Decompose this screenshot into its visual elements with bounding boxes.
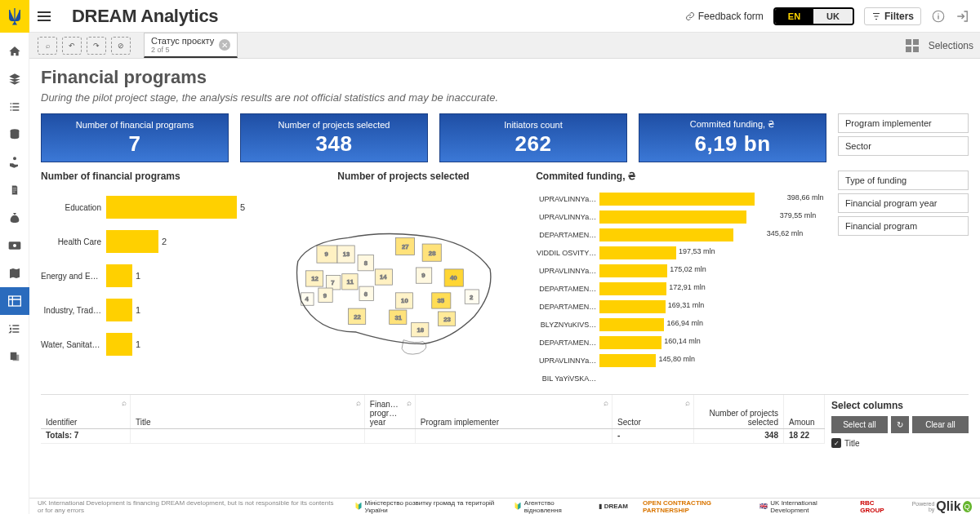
- nav-list[interactable]: [0, 93, 29, 121]
- col-projects[interactable]: Number of projects selected: [699, 409, 778, 427]
- feedback-label: Feedback form: [698, 11, 764, 22]
- language-toggle[interactable]: EN UK: [773, 7, 854, 25]
- nav-copy[interactable]: [0, 343, 29, 370]
- brand-ministry: 🔰 Міністерство розвитку громад та терито…: [354, 499, 499, 514]
- filter-financial-program[interactable]: Financial program: [838, 216, 969, 236]
- bar-row[interactable]: BLYZNYuKIVS…166,94 mln: [536, 316, 826, 334]
- svg-text:14: 14: [380, 273, 387, 281]
- select-all-button[interactable]: Select all: [831, 416, 888, 433]
- card-initiators: Initiators count 262: [439, 113, 627, 162]
- nav-database[interactable]: [0, 121, 29, 148]
- toolbar: ⌕ ↶ ↷ ⊘ Статус проєкту 2 of 5 ✕ Selectio…: [29, 33, 980, 59]
- search-icon[interactable]: ⌕: [685, 398, 690, 407]
- filters-label: Filters: [884, 11, 914, 22]
- search-icon[interactable]: ⌕: [604, 398, 608, 407]
- filters-button[interactable]: Filters: [864, 7, 921, 25]
- tool-clear[interactable]: ⊘: [111, 37, 131, 55]
- brand-ukid: 🇬🇧 UK International Development: [760, 499, 845, 514]
- info-icon[interactable]: [931, 9, 946, 24]
- search-icon[interactable]: ⌕: [356, 398, 361, 407]
- brand-rbc: RBC GROUP: [860, 499, 895, 514]
- lang-en[interactable]: EN: [775, 9, 813, 24]
- search-icon[interactable]: ⌕: [407, 398, 412, 407]
- hand-coin-icon: [8, 156, 21, 169]
- map-chart: Number of projects selected 9 13 27 28 8…: [283, 171, 525, 388]
- grid-icon[interactable]: [906, 39, 919, 52]
- bar-value: 145,80 mln: [658, 355, 695, 363]
- filter-program-implementer[interactable]: Program implementer: [838, 113, 969, 133]
- filter-type-of-funding[interactable]: Type of funding: [838, 171, 969, 190]
- data-table[interactable]: Identifier⌕ Title⌕ Finan… progr… year⌕ P…: [41, 395, 825, 448]
- nav-funds[interactable]: [0, 148, 29, 176]
- brand-dream: ▮ DREAM: [599, 503, 628, 510]
- svg-text:7: 7: [331, 279, 334, 286]
- money-bag-icon: [8, 211, 21, 224]
- nav-table[interactable]: [0, 287, 29, 315]
- nav-cash[interactable]: [0, 232, 29, 259]
- tool-back[interactable]: ↶: [62, 37, 82, 55]
- tool-search[interactable]: ⌕: [38, 37, 57, 55]
- refresh-button[interactable]: ↻: [891, 416, 909, 433]
- ukraine-map[interactable]: 9 13 27 28 8 12 7 11 14 9 40 9 6: [293, 211, 514, 366]
- bar-row[interactable]: DEPARTAMEN…172,91 mln: [536, 280, 826, 298]
- chart-title: Commited funding, ₴: [536, 171, 826, 182]
- bar-row[interactable]: Education5: [41, 190, 271, 224]
- bar-row[interactable]: Water, Sanitati…1: [41, 327, 271, 361]
- clear-all-button[interactable]: Clear all: [912, 416, 969, 433]
- col-sector[interactable]: Sector: [617, 418, 641, 427]
- col-amount[interactable]: Amoun: [789, 418, 815, 427]
- lang-uk[interactable]: UK: [813, 9, 853, 24]
- bar-row[interactable]: UPRAVLINNYa…145,80 mln: [536, 352, 826, 370]
- col-title[interactable]: Title: [136, 418, 151, 427]
- feedback-link[interactable]: Feedback form: [685, 11, 764, 22]
- tab-close-button[interactable]: ✕: [219, 39, 230, 51]
- active-tab[interactable]: Статус проєкту 2 of 5 ✕: [144, 33, 238, 58]
- col-year[interactable]: Finan… progr… year: [370, 400, 410, 427]
- col-identifier[interactable]: Identifier: [46, 418, 77, 427]
- filter-sector[interactable]: Sector: [838, 136, 969, 156]
- bar-label: BLYZNYuKIVS…: [536, 321, 599, 329]
- nav-numbered-list[interactable]: [0, 315, 29, 343]
- bar-row[interactable]: VIDDIL OSVITY…197,53 mln: [536, 244, 826, 262]
- col-implementer[interactable]: Program implementer: [421, 418, 499, 427]
- bar-row[interactable]: DEPARTAMEN…345,62 mln: [536, 226, 826, 244]
- bar-row[interactable]: Industry, Trad…1: [41, 293, 271, 327]
- nav-map[interactable]: [0, 259, 29, 287]
- nav-layers[interactable]: [0, 65, 29, 93]
- database-icon: [8, 128, 21, 141]
- svg-text:9: 9: [323, 292, 327, 299]
- card-projects: Number of projects selected 348: [240, 113, 428, 162]
- nav-money[interactable]: [0, 204, 29, 232]
- bar-row[interactable]: DEPARTAMEN…160,14 mln: [536, 334, 826, 352]
- bar-row[interactable]: DEPARTAMEN…169,31 mln: [536, 298, 826, 316]
- checkbox-checked-icon: ✓: [831, 438, 841, 448]
- bar-value: 398,66 mln: [787, 193, 824, 202]
- nav-home[interactable]: [0, 38, 29, 65]
- tool-forward[interactable]: ↷: [87, 37, 106, 55]
- totals-amount: 18 22: [784, 429, 825, 443]
- nav-docs[interactable]: [0, 176, 29, 204]
- app-logo: [0, 0, 29, 33]
- bar-row[interactable]: Health Care2: [41, 224, 271, 259]
- bar-row[interactable]: BIL YaYiVSKA…: [536, 370, 826, 388]
- login-icon[interactable]: [956, 9, 970, 24]
- selections-link[interactable]: Selections: [929, 40, 973, 51]
- column-toggle-title[interactable]: ✓ Title: [831, 438, 969, 448]
- card-value: 6,19 bn: [694, 131, 770, 157]
- svg-point-3: [13, 244, 16, 247]
- bar-row[interactable]: Energy and Ex…1: [41, 259, 271, 293]
- bar-row[interactable]: UPRAVLINNYa…175,02 mln: [536, 262, 826, 280]
- svg-text:12: 12: [311, 275, 318, 282]
- copy-icon: [9, 350, 20, 363]
- menu-button[interactable]: [29, 11, 59, 21]
- bar-value: 197,53 mln: [679, 247, 715, 255]
- bar-label: Energy and Ex…: [41, 272, 106, 281]
- bar-row[interactable]: UPRAVLINNYa…379,55 mln: [536, 208, 826, 226]
- totals-label: Totals: 7: [41, 429, 131, 443]
- layers-icon: [8, 73, 21, 86]
- hamburger-icon: [38, 11, 51, 21]
- search-icon[interactable]: ⌕: [122, 398, 127, 407]
- filter-program-year[interactable]: Financial program year: [838, 193, 969, 213]
- bar-row[interactable]: UPRAVLINNYa…398,66 mln: [536, 190, 826, 208]
- svg-text:28: 28: [429, 250, 436, 257]
